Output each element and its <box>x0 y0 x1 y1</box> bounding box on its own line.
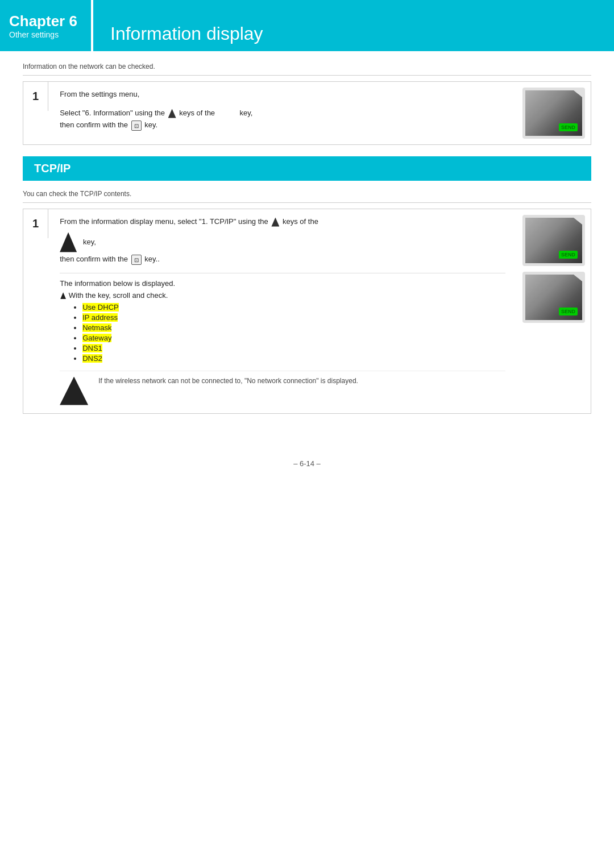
tcp-items-list: Use DHCP IP address Netmask Gateway DNS1… <box>60 303 505 363</box>
printer-image-3 <box>522 272 585 323</box>
chapter-subtitle: Other settings <box>9 30 82 39</box>
step1-line3: then confirm with the ⊡ key. <box>60 121 505 131</box>
page-number: – 6-14 – <box>293 459 321 468</box>
section1-intro: Information on the network can be checke… <box>23 63 591 70</box>
section2-intro: You can check the TCP/IP contents. <box>23 190 591 198</box>
step2-line2: key, <box>60 232 505 252</box>
note-row: If the wireless network can not be conne… <box>60 371 505 405</box>
step1-line1: From the settings menu, <box>60 90 505 98</box>
up-arrow-icon <box>168 109 176 118</box>
chapter-label: Chapter 6 <box>9 13 82 30</box>
title-block: Information display <box>91 0 614 51</box>
scroll-key-icon <box>60 292 66 299</box>
step1-line2-post: key, <box>239 109 252 117</box>
note-icon-block <box>60 377 93 405</box>
step2-line1-pre: From the information display menu, selec… <box>60 217 268 226</box>
step1-images <box>517 82 591 144</box>
list-item-dns1: DNS1 <box>82 344 505 352</box>
step2-line2-text: key, <box>83 238 96 246</box>
step2-line3-pre: then confirm with the <box>60 255 128 263</box>
list-item-usedhcp: Use DHCP <box>82 303 505 312</box>
step2-line3-post: key.. <box>144 255 160 263</box>
chapter-block: Chapter 6 Other settings <box>0 0 91 51</box>
scroll-label: With the key, scroll and check. <box>60 291 505 300</box>
list-item-dns2: DNS2 <box>82 354 505 363</box>
printer-image-2 <box>522 215 585 266</box>
page-title: Information display <box>110 23 263 44</box>
step1-line3-pre: then confirm with the <box>60 121 128 129</box>
printer-graphic-2 <box>525 218 582 263</box>
confirm-key-icon2: ⊡ <box>131 255 142 265</box>
step1-line3-post: key. <box>144 121 157 129</box>
section1-step-box: 1 From the settings menu, Select "6. Inf… <box>23 81 591 145</box>
list-item-netmask: Netmask <box>82 323 505 332</box>
up-arrow-icon2 <box>271 218 279 227</box>
step1-content: From the settings menu, Select "6. Infor… <box>48 82 517 139</box>
step2-line3: then confirm with the ⊡ key.. <box>60 255 505 265</box>
large-nav-icon <box>60 232 77 252</box>
tcpip-section-header: TCP/IP <box>23 156 591 181</box>
step1-line2: Select "6. Information" using the keys o… <box>60 109 505 118</box>
printer-image-1 <box>522 88 585 139</box>
tcpip-title: TCP/IP <box>34 162 70 175</box>
step2-line1: From the information display menu, selec… <box>60 217 505 227</box>
printer-graphic-1 <box>525 90 582 136</box>
page-footer: – 6-14 – <box>0 459 614 479</box>
step1-line2-keys: keys of the <box>179 109 215 117</box>
step2-number: 1 <box>23 209 48 238</box>
note-large-icon <box>60 377 88 405</box>
step2-line1-keys: keys of the <box>283 217 318 226</box>
nav-keys-icon2 <box>270 218 280 227</box>
section2-step-row: 1 From the information display menu, sel… <box>23 209 591 413</box>
nav-keys-icon1 <box>167 109 177 118</box>
list-item-ipaddress: IP address <box>82 313 505 322</box>
step1-number: 1 <box>23 82 48 111</box>
step2-images <box>517 209 591 329</box>
info-label: The information below is displayed. <box>60 279 505 288</box>
section1-step-row: 1 From the settings menu, Select "6. Inf… <box>23 82 591 144</box>
confirm-key-icon1: ⊡ <box>131 121 142 131</box>
scroll-label-text: With the key, scroll and check. <box>69 291 168 300</box>
list-item-gateway: Gateway <box>82 334 505 342</box>
printer-graphic-3 <box>525 275 582 320</box>
note-text: If the wireless network can not be conne… <box>98 377 358 385</box>
main-content: Information on the network can be checke… <box>0 51 614 437</box>
step1-line2-pre: Select "6. Information" using the <box>60 109 165 117</box>
section2-step-box: 1 From the information display menu, sel… <box>23 209 591 414</box>
page-header: Chapter 6 Other settings Information dis… <box>0 0 614 51</box>
step2-content: From the information display menu, selec… <box>48 209 517 413</box>
